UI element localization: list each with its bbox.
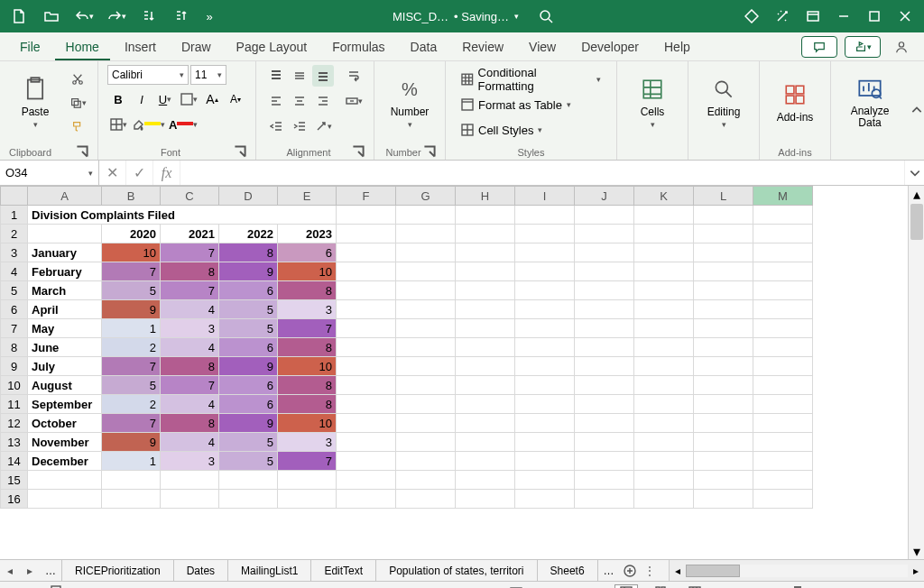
cell[interactable] [575, 338, 634, 357]
cell[interactable] [575, 376, 634, 395]
cell[interactable] [694, 471, 753, 490]
align-middle-button[interactable] [289, 65, 310, 87]
cell[interactable] [634, 471, 694, 490]
cell[interactable] [515, 300, 575, 319]
cell[interactable] [396, 225, 456, 243]
cell[interactable]: July [28, 357, 102, 376]
scroll-right-icon[interactable]: ▸ [908, 560, 924, 581]
cell[interactable] [694, 262, 753, 281]
cell[interactable] [575, 357, 634, 376]
cell[interactable]: 3 [161, 452, 219, 471]
cell[interactable] [396, 281, 456, 300]
tab-page-layout[interactable]: Page Layout [226, 34, 319, 60]
cell[interactable]: 7 [102, 357, 161, 376]
cell[interactable] [456, 471, 515, 490]
qat-sort-desc-icon[interactable] [168, 3, 195, 30]
bold-button[interactable]: B [107, 88, 129, 110]
tab-home[interactable]: Home [55, 34, 110, 60]
cell[interactable] [753, 414, 813, 433]
close-button[interactable] [892, 3, 919, 30]
alignment-launcher[interactable] [352, 145, 365, 158]
cell[interactable] [337, 433, 396, 452]
cell[interactable] [515, 281, 575, 300]
col-header-F[interactable]: F [337, 187, 396, 206]
cell[interactable]: 8 [219, 243, 278, 262]
format-as-table-button[interactable]: Format as Table▾ [455, 94, 607, 115]
cell[interactable] [753, 319, 813, 338]
col-header-M[interactable]: M [753, 187, 813, 206]
row-header-4[interactable]: 4 [1, 262, 28, 281]
cell[interactable] [515, 395, 575, 414]
col-header-I[interactable]: I [515, 187, 575, 206]
cell[interactable]: August [28, 376, 102, 395]
cell[interactable] [575, 206, 634, 225]
addins-button[interactable]: Add-ins [769, 65, 821, 135]
align-center-button[interactable] [289, 90, 310, 112]
view-page-layout-button[interactable] [649, 584, 672, 589]
cell[interactable]: 8 [161, 262, 219, 281]
minimize-button[interactable] [830, 3, 857, 30]
font-color-button[interactable]: A▾ [168, 114, 199, 135]
cell[interactable] [456, 262, 515, 281]
row-header-9[interactable]: 9 [1, 357, 28, 376]
col-header-C[interactable]: C [161, 187, 219, 206]
cell[interactable] [634, 319, 694, 338]
cell[interactable]: 6 [219, 338, 278, 357]
cell[interactable]: April [28, 300, 102, 319]
cell[interactable]: May [28, 319, 102, 338]
cell[interactable] [753, 471, 813, 490]
cell[interactable] [456, 395, 515, 414]
horizontal-scrollbar[interactable]: ◂ ▸ [669, 560, 924, 581]
tab-view[interactable]: View [518, 34, 567, 60]
cell[interactable]: September [28, 395, 102, 414]
cell[interactable] [694, 376, 753, 395]
scroll-thumb-v[interactable] [910, 204, 923, 240]
col-header-A[interactable]: A [28, 187, 102, 206]
cell[interactable] [396, 206, 456, 225]
row-header-5[interactable]: 5 [1, 281, 28, 300]
cell[interactable] [575, 490, 634, 509]
tab-review[interactable]: Review [451, 34, 514, 60]
cell[interactable]: 7 [161, 243, 219, 262]
cell[interactable] [161, 490, 219, 509]
cell[interactable] [694, 281, 753, 300]
cell[interactable]: 2 [102, 395, 161, 414]
enter-formula-icon[interactable]: ✓ [126, 161, 153, 185]
cell[interactable]: 1 [102, 319, 161, 338]
cell[interactable]: 2020 [102, 225, 161, 243]
cell[interactable] [753, 262, 813, 281]
cell[interactable] [753, 225, 813, 243]
vertical-scrollbar[interactable]: ▴ ▾ [908, 186, 924, 559]
cell[interactable]: 3 [161, 319, 219, 338]
cell[interactable] [396, 490, 456, 509]
cell[interactable]: 6 [219, 281, 278, 300]
grow-font-button[interactable]: A▴ [201, 88, 223, 110]
cell[interactable] [694, 206, 753, 225]
cell[interactable] [634, 225, 694, 243]
col-header-J[interactable]: J [575, 187, 634, 206]
cell[interactable]: 8 [161, 414, 219, 433]
row-header-15[interactable]: 15 [1, 471, 28, 490]
zoom-out-button[interactable]: − [717, 584, 733, 589]
cell[interactable] [634, 376, 694, 395]
cell[interactable]: 2022 [219, 225, 278, 243]
scroll-left-icon[interactable]: ◂ [670, 560, 686, 581]
cell[interactable] [575, 262, 634, 281]
cell[interactable]: 8 [278, 395, 337, 414]
cell[interactable]: 4 [161, 433, 219, 452]
cell[interactable] [515, 243, 575, 262]
cell[interactable] [28, 490, 102, 509]
cell[interactable] [396, 395, 456, 414]
row-header-3[interactable]: 3 [1, 243, 28, 262]
borders-dropdown[interactable]: ▾ [107, 114, 129, 135]
orientation-button[interactable]: ▾ [312, 115, 334, 137]
cell[interactable] [337, 243, 396, 262]
cell[interactable] [634, 281, 694, 300]
cell[interactable]: 2023 [278, 225, 337, 243]
cell[interactable] [278, 490, 337, 509]
cell[interactable]: January [28, 243, 102, 262]
cell[interactable] [396, 262, 456, 281]
cell[interactable]: 2 [102, 338, 161, 357]
cell[interactable] [753, 281, 813, 300]
cell[interactable] [337, 281, 396, 300]
